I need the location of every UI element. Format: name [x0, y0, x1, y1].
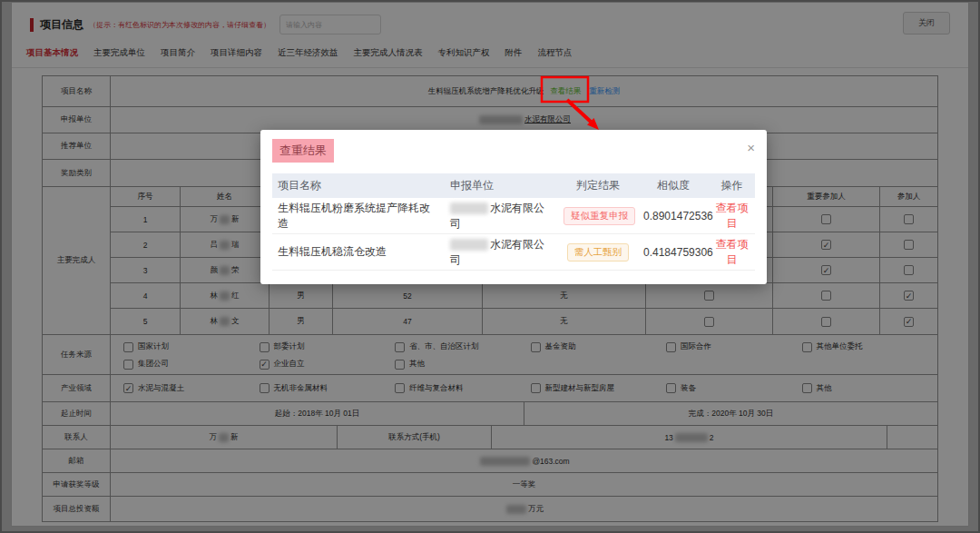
result-table-header: 项目名称 申报单位 判定结果 相似度 操作	[272, 173, 755, 198]
col-verdict: 判定结果	[558, 178, 638, 193]
col-similarity: 相似度	[638, 178, 709, 193]
modal-title-highlighted: 查重结果	[272, 139, 334, 163]
result-project-name: 生料辊压机稳流仓改造	[272, 244, 445, 260]
result-row: 生料辊压机稳流仓改造 水泥有限公司 需人工甄别 0.4184759306 查看项…	[272, 234, 755, 271]
col-applicant-unit: 申报单位	[445, 178, 558, 193]
col-action: 操作	[709, 178, 755, 193]
view-project-link[interactable]: 查看项目	[716, 202, 749, 230]
modal-header: 查重结果 ×	[260, 130, 767, 168]
duplicate-check-modal: 查重结果 × 项目名称 申报单位 判定结果 相似度 操作 生料辊压机粉磨系统提产…	[260, 130, 767, 284]
view-project-link[interactable]: 查看项目	[716, 238, 749, 266]
result-row: 生料辊压机粉磨系统提产降耗改造 水泥有限公司 疑似重复申报 0.89014725…	[272, 198, 755, 234]
close-icon[interactable]: ×	[747, 141, 755, 154]
similarity-value: 0.8901472536	[638, 210, 709, 222]
redacted-company-prefix	[450, 202, 488, 214]
redacted-company-prefix	[450, 239, 488, 251]
verdict-badge-manual-review: 需人工甄别	[567, 243, 630, 262]
result-unit: 水泥有限公司	[445, 237, 558, 268]
duplicate-result-table: 项目名称 申报单位 判定结果 相似度 操作 生料辊压机粉磨系统提产降耗改造 水泥…	[272, 173, 755, 271]
verdict-badge-duplicate: 疑似重复申报	[564, 207, 635, 225]
similarity-value: 0.4184759306	[638, 246, 709, 259]
result-project-name: 生料辊压机粉磨系统提产降耗改造	[272, 201, 445, 232]
col-project-name: 项目名称	[272, 178, 445, 193]
result-unit: 水泥有限公司	[445, 201, 558, 232]
